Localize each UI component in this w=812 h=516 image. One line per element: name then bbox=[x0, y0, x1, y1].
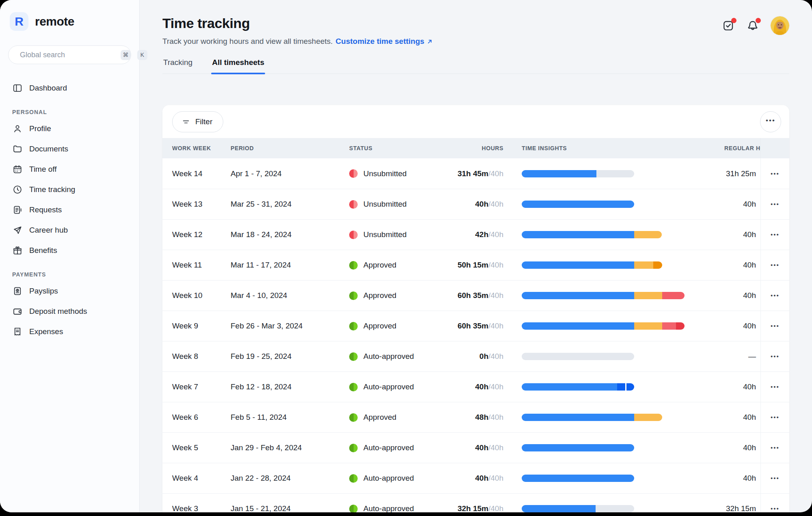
status-cell: Auto-approved bbox=[349, 474, 422, 483]
work-week-cell: Week 6 bbox=[172, 413, 231, 422]
table-row[interactable]: Week 7 Feb 12 - 18, 2024 Auto-approved 4… bbox=[162, 371, 789, 402]
table-row[interactable]: Week 8 Feb 19 - 25, 2024 Auto-approved 0… bbox=[162, 341, 789, 371]
period-cell: Mar 4 - 10, 2024 bbox=[231, 291, 349, 300]
col-header-actions bbox=[760, 138, 789, 158]
table-row[interactable]: Week 13 Mar 25 - 31, 2024 Unsubmitted 40… bbox=[162, 189, 789, 219]
cmd-key-badge: ⌘ bbox=[121, 50, 131, 60]
row-actions-cell: ••• bbox=[760, 494, 789, 512]
sidebar-item-profile[interactable]: Profile bbox=[8, 119, 131, 139]
row-options-button[interactable]: ••• bbox=[771, 262, 780, 268]
hours-value: 60h 35m bbox=[458, 322, 488, 330]
hours-denominator: /40h bbox=[488, 230, 503, 239]
tab-tracking[interactable]: Tracking bbox=[162, 58, 193, 73]
documents-icon bbox=[12, 144, 23, 154]
period-cell: Apr 1 - 7, 2024 bbox=[231, 169, 349, 178]
dashboard-icon bbox=[12, 83, 23, 93]
sidebar-item-label: Expenses bbox=[29, 327, 63, 336]
sidebar-item-payslips[interactable]: Payslips bbox=[8, 281, 131, 301]
row-options-button[interactable]: ••• bbox=[771, 323, 780, 329]
hours-cell: 31h 45m/40h bbox=[422, 169, 503, 178]
row-options-button[interactable]: ••• bbox=[771, 171, 780, 177]
status-cell: Auto-approved bbox=[349, 504, 422, 512]
bar-segment-blue bbox=[522, 475, 634, 482]
period-cell: Mar 25 - 31, 2024 bbox=[231, 200, 349, 209]
time-insights-cell bbox=[503, 281, 706, 311]
table-row[interactable]: Week 3 Jan 15 - 21, 2024 Auto-approved 3… bbox=[162, 493, 789, 512]
notifications-button[interactable] bbox=[746, 19, 759, 32]
filter-button[interactable]: Filter bbox=[172, 111, 223, 132]
col-header-hours: HOURS bbox=[422, 145, 503, 151]
tab-all-timesheets[interactable]: All timesheets bbox=[211, 58, 265, 73]
work-week-cell: Week 7 bbox=[172, 382, 231, 391]
time-insights-cell bbox=[503, 220, 706, 250]
sidebar-item-deposit-methods[interactable]: Deposit methods bbox=[8, 301, 131, 322]
time-insights-cell bbox=[503, 341, 706, 371]
sidebar-item-documents[interactable]: Documents bbox=[8, 139, 131, 159]
hours-cell: 40h/40h bbox=[422, 200, 503, 209]
sidebar-item-dashboard[interactable]: Dashboard bbox=[8, 78, 131, 98]
row-options-button[interactable]: ••• bbox=[771, 353, 780, 360]
status-label: Auto-approved bbox=[363, 382, 414, 391]
row-options-button[interactable]: ••• bbox=[771, 505, 780, 512]
row-options-button[interactable]: ••• bbox=[771, 445, 780, 451]
row-options-button[interactable]: ••• bbox=[771, 414, 780, 421]
bar-segment-orange bbox=[634, 292, 662, 299]
bar-segments bbox=[522, 505, 596, 512]
work-week-cell: Week 4 bbox=[172, 474, 231, 483]
ellipsis-icon: ••• bbox=[771, 475, 780, 481]
hours-denominator: /40h bbox=[488, 443, 503, 452]
row-options-button[interactable]: ••• bbox=[771, 201, 780, 207]
sidebar-item-label: Deposit methods bbox=[29, 307, 87, 316]
table-row[interactable]: Week 5 Jan 29 - Feb 4, 2024 Auto-approve… bbox=[162, 432, 789, 463]
sidebar-item-requests[interactable]: Requests bbox=[8, 200, 131, 220]
status-dot-icon bbox=[349, 474, 358, 483]
sidebar-item-label: Requests bbox=[29, 205, 62, 214]
row-options-button[interactable]: ••• bbox=[771, 475, 780, 481]
bar-segment-darkorange bbox=[653, 261, 662, 269]
table-body: Week 14 Apr 1 - 7, 2024 Unsubmitted 31h … bbox=[162, 158, 789, 512]
status-dot-icon bbox=[349, 200, 358, 209]
subtitle-text: Track your working hours and view all ti… bbox=[162, 37, 333, 46]
global-search[interactable]: ⌘ K bbox=[8, 45, 131, 64]
status-dot-icon bbox=[349, 261, 358, 270]
deposit-methods-icon bbox=[12, 306, 23, 317]
row-options-button[interactable]: ••• bbox=[771, 292, 780, 299]
row-options-button[interactable]: ••• bbox=[771, 384, 780, 390]
sidebar-item-time-tracking[interactable]: Time tracking bbox=[8, 179, 131, 200]
expenses-icon bbox=[12, 326, 23, 337]
table-row[interactable]: Week 12 Mar 18 - 24, 2024 Unsubmitted 42… bbox=[162, 219, 789, 250]
ellipsis-icon: ••• bbox=[766, 117, 775, 124]
table-row[interactable]: Week 6 Feb 5 - 11, 2024 Approved 48h/40h… bbox=[162, 402, 789, 432]
ellipsis-icon: ••• bbox=[771, 201, 780, 207]
ellipsis-icon: ••• bbox=[771, 170, 780, 177]
row-options-button[interactable]: ••• bbox=[771, 231, 780, 238]
table-row[interactable]: Week 4 Jan 22 - 28, 2024 Auto-approved 4… bbox=[162, 463, 789, 493]
sidebar-item-career-hub[interactable]: Career hub bbox=[8, 220, 131, 240]
app-window: R remote ⌘ K DashboardPERSONALProfileDoc… bbox=[0, 0, 812, 512]
period-cell: Mar 18 - 24, 2024 bbox=[231, 230, 349, 239]
search-input[interactable] bbox=[20, 51, 114, 59]
table-row[interactable]: Week 9 Feb 26 - Mar 3, 2024 Approved 60h… bbox=[162, 311, 789, 341]
hours-value: 32h 15m bbox=[458, 504, 488, 512]
page-title: Time tracking bbox=[162, 15, 789, 31]
bar-segment-red bbox=[662, 292, 685, 299]
table-row[interactable]: Week 14 Apr 1 - 7, 2024 Unsubmitted 31h … bbox=[162, 158, 789, 189]
sidebar-item-time-off[interactable]: Time off bbox=[8, 159, 131, 179]
sidebar-item-benefits[interactable]: Benefits bbox=[8, 240, 131, 261]
period-cell: Jan 29 - Feb 4, 2024 bbox=[231, 443, 349, 452]
tasks-button[interactable] bbox=[722, 19, 735, 32]
table-options-button[interactable]: ••• bbox=[760, 111, 781, 132]
regular-hours-cell: 31h 25m bbox=[706, 169, 760, 178]
bar-segment-blue bbox=[522, 261, 634, 269]
table-row[interactable]: Week 10 Mar 4 - 10, 2024 Approved 60h 35… bbox=[162, 280, 789, 311]
timesheets-card: Filter ••• WORK WEEK PERIOD STATUS HOURS… bbox=[162, 105, 789, 512]
status-label: Auto-approved bbox=[363, 443, 414, 452]
sidebar-item-label: Time tracking bbox=[29, 185, 75, 194]
bar-segment-blue bbox=[522, 444, 634, 451]
profile-icon bbox=[12, 123, 23, 134]
user-avatar[interactable] bbox=[771, 16, 789, 35]
sidebar-item-expenses[interactable]: Expenses bbox=[8, 322, 131, 342]
bar-segment-blue bbox=[522, 170, 596, 177]
customize-time-settings-link[interactable]: Customize time settings bbox=[336, 37, 434, 46]
table-row[interactable]: Week 11 Mar 11 - 17, 2024 Approved 50h 1… bbox=[162, 250, 789, 280]
